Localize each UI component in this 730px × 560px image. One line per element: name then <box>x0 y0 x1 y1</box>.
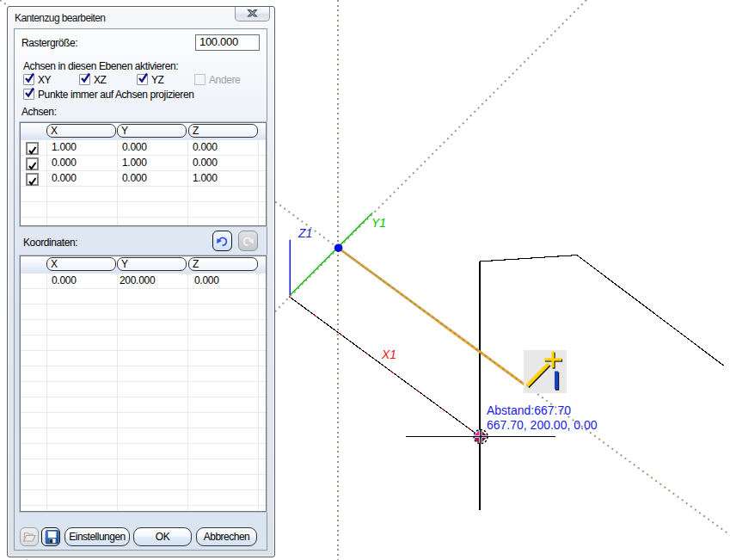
svg-text:X1: X1 <box>381 348 396 361</box>
svg-text:Z1: Z1 <box>298 226 312 240</box>
svg-text:667.70, 200.00, 0.00: 667.70, 200.00, 0.00 <box>487 418 598 432</box>
svg-text:Abstand:667.70: Abstand:667.70 <box>487 403 571 417</box>
svg-text:Y1: Y1 <box>371 216 386 230</box>
